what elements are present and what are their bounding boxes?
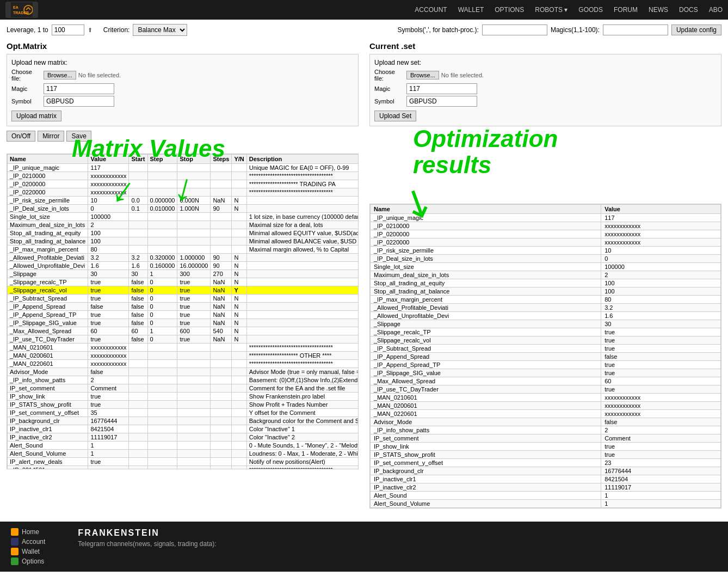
update-config-button[interactable]: Update config: [671, 24, 721, 35]
footer-options[interactable]: Options: [11, 558, 45, 565]
matrix-row[interactable]: Stop_all_trading_at_balance100Minimal al…: [8, 237, 359, 246]
set-row[interactable]: IP_show_linktrue: [371, 443, 721, 451]
matrix-row[interactable]: Single_lot_size1000001 lot size, in base…: [8, 213, 359, 221]
matrix-row[interactable]: _IP_0220000xxxxxxxxxxxx*****************…: [8, 188, 359, 197]
matrix-row[interactable]: Alert_Sound_Volume1Loudness: 0 - Max, 1 …: [8, 450, 359, 458]
matrix-row[interactable]: Stop_all_trading_at_equity100Minimal all…: [8, 229, 359, 237]
set-row[interactable]: _IP_Slippage_SIG_valuetrue: [371, 369, 721, 377]
matrix-table-scroll[interactable]: Name Value Start Step Stop Steps Y/N Des…: [7, 154, 359, 469]
matrix-row[interactable]: _IP_info_show_patts2Basement: (0)Off,(1)…: [8, 376, 359, 384]
matrix-row[interactable]: _IP_Append_Spread_TPtruefalse0trueNaNN: [8, 311, 359, 319]
matrix-row[interactable]: _Slippage30301300270N: [8, 270, 359, 278]
set-row[interactable]: _Max_Allowed_Spread60: [371, 377, 721, 385]
upload-matrix-button[interactable]: Upload matrix: [11, 111, 61, 121]
nav-goods[interactable]: GOODS: [578, 6, 603, 14]
nav-options[interactable]: OPTIONS: [495, 6, 524, 14]
matrix-row[interactable]: _Max_Allowed_Spread60601600540N: [8, 327, 359, 335]
nav-news[interactable]: NEWS: [649, 6, 668, 14]
matrix-row[interactable]: _IP_0200000xxxxxxxxxxxx*****************…: [8, 180, 359, 188]
symbol-input[interactable]: [44, 96, 114, 107]
set-row[interactable]: Alert_Sound_Volume1: [371, 500, 721, 508]
matrix-row[interactable]: _IP_0214501xxxxxxxxxxxx*****************…: [8, 466, 359, 470]
set-row[interactable]: Advisor_Modefalse: [371, 418, 721, 426]
matrix-row[interactable]: _IP_use_TC_DayTradertruefalse0trueNaNN: [8, 335, 359, 344]
upload-set-button[interactable]: Upload Set: [374, 111, 416, 121]
footer-wallet[interactable]: Wallet: [11, 548, 45, 555]
set-row[interactable]: Stop_all_trading_at_equity100: [371, 279, 721, 287]
set-symbol-input[interactable]: [406, 96, 477, 107]
matrix-row[interactable]: IP_alert_new_dealstrueNotify of new posi…: [8, 458, 359, 466]
matrix-row[interactable]: IP_inactive_clr211119017Color "Inactive"…: [8, 433, 359, 442]
set-row[interactable]: _Slippage_recalc_voltrue: [371, 336, 721, 345]
set-row[interactable]: _IP_max_margin_percent80: [371, 296, 721, 304]
matrix-row[interactable]: _IP_Slippage_SIG_valuetruefalse0trueNaNN: [8, 319, 359, 327]
set-row[interactable]: _IP_0200000xxxxxxxxxxxx: [371, 230, 721, 238]
set-row[interactable]: _Allowed_Unprofitable_Devi1.6: [371, 312, 721, 320]
matrix-row[interactable]: IP_background_clr16776444Background colo…: [8, 417, 359, 425]
set-magic-input[interactable]: [406, 83, 477, 94]
set-table-scroll[interactable]: Name Value _IP_unique_magic117_IP_021000…: [369, 204, 721, 509]
leverage-input[interactable]: [52, 24, 84, 35]
set-row[interactable]: _IP_Subtract_Spreadtrue: [371, 345, 721, 353]
set-row[interactable]: _IP_0210000xxxxxxxxxxxx: [371, 222, 721, 230]
set-row[interactable]: IP_background_clr16776444: [371, 467, 721, 475]
set-row[interactable]: IP_alert_new_dealstrue: [371, 508, 721, 509]
footer-home[interactable]: Home: [11, 528, 45, 536]
symbols-input[interactable]: [482, 24, 547, 35]
nav-docs[interactable]: DOCS: [679, 6, 698, 14]
save-button[interactable]: Save: [66, 131, 91, 142]
set-row[interactable]: _IP_info_show_patts2: [371, 426, 721, 434]
matrix-row[interactable]: IP_STATS_show_profittrueShow Profit + Tr…: [8, 401, 359, 409]
set-row[interactable]: IP_STATS_show_profittrue: [371, 451, 721, 459]
nav-abo[interactable]: ABO: [709, 6, 723, 14]
matrix-row[interactable]: _IP_risk_size_permille100.00.0000000.000…: [8, 197, 359, 205]
nav-wallet[interactable]: WALLET: [458, 6, 484, 14]
set-row[interactable]: Maximum_deal_size_in_lots2: [371, 271, 721, 279]
matrix-row[interactable]: _Allowed_Unprofitable_Devi1.61.60.160000…: [8, 262, 359, 270]
matrix-row[interactable]: _MAN_0200601xxxxxxxxxxxx****************…: [8, 352, 359, 360]
set-row[interactable]: IP_inactive_clr211119017: [371, 483, 721, 492]
matrix-row[interactable]: _Allowed_Profitable_Deviati3.23.20.32000…: [8, 254, 359, 262]
set-row[interactable]: IP_set_comment_y_offset23: [371, 459, 721, 467]
matrix-row[interactable]: _Slippage_recalc_voltruefalse0trueNaNY: [8, 286, 359, 295]
on-off-button[interactable]: On/Off: [7, 131, 35, 142]
magics-input[interactable]: [603, 24, 668, 35]
matrix-row[interactable]: IP_show_linktrueShow Frankenstein.pro la…: [8, 393, 359, 401]
set-row[interactable]: _Slippage_recalc_TPtrue: [371, 328, 721, 336]
matrix-row[interactable]: _IP_max_margin_percent80Maximal margin a…: [8, 246, 359, 254]
criterion-select[interactable]: Balance Max: [133, 24, 187, 36]
footer-account[interactable]: Account: [11, 538, 45, 546]
matrix-row[interactable]: Advisor_ModefalseAdvisor Mode (true = on…: [8, 368, 359, 376]
set-row[interactable]: _Allowed_Profitable_Deviati3.2: [371, 304, 721, 312]
browse-set-button[interactable]: Browse...: [406, 71, 439, 79]
set-row[interactable]: _IP_risk_size_permille10: [371, 247, 721, 255]
mirror-button[interactable]: Mirror: [38, 131, 64, 142]
set-row[interactable]: _IP_use_TC_DayTradertrue: [371, 385, 721, 394]
set-row[interactable]: _IP_Deal_size_in_lots0: [371, 255, 721, 263]
matrix-row[interactable]: _Slippage_recalc_TPtruefalse0trueNaNN: [8, 278, 359, 286]
set-row[interactable]: _IP_0220000xxxxxxxxxxxx: [371, 238, 721, 247]
set-row[interactable]: _MAN_0200601xxxxxxxxxxxx: [371, 402, 721, 410]
set-row[interactable]: Stop_all_trading_at_balance100: [371, 287, 721, 296]
magic-input[interactable]: [44, 83, 114, 94]
matrix-row[interactable]: IP_set_comment_y_offset35Y offset for th…: [8, 409, 359, 417]
matrix-row[interactable]: Maximum_deal_size_in_lots2Maximal size f…: [8, 221, 359, 229]
set-row[interactable]: _Slippage30: [371, 320, 721, 328]
set-row[interactable]: Alert_Sound1: [371, 492, 721, 500]
set-row[interactable]: _MAN_0210601xxxxxxxxxxxx: [371, 394, 721, 402]
nav-forum[interactable]: FORUM: [614, 6, 638, 14]
set-row[interactable]: _IP_unique_magic117: [371, 214, 721, 222]
matrix-row[interactable]: IP_set_commentCommentComment for the EA …: [8, 384, 359, 393]
matrix-row[interactable]: _IP_Subtract_Spreadtruefalse0trueNaNN: [8, 295, 359, 303]
matrix-row[interactable]: _IP_0210000xxxxxxxxxxxx*****************…: [8, 172, 359, 180]
matrix-row[interactable]: _MAN_0220601xxxxxxxxxxxx****************…: [8, 360, 359, 368]
set-row[interactable]: IP_inactive_clr18421504: [371, 475, 721, 483]
set-row[interactable]: IP_set_commentComment: [371, 434, 721, 443]
matrix-row[interactable]: _MAN_0210601xxxxxxxxxxxx****************…: [8, 344, 359, 352]
nav-account[interactable]: ACCOUNT: [415, 6, 447, 14]
matrix-row[interactable]: Alert_Sound10 - Mute Sounds, 1 - "Money"…: [8, 442, 359, 450]
matrix-row[interactable]: IP_inactive_clr18421504Color "Inactive" …: [8, 425, 359, 433]
matrix-row[interactable]: _IP_Deal_size_in_lots00.10.0100001.000N9…: [8, 205, 359, 213]
matrix-row[interactable]: _IP_unique_magic117Unique MAGIC for EA(0…: [8, 164, 359, 172]
set-row[interactable]: _IP_Append_Spread_TPtrue: [371, 361, 721, 369]
